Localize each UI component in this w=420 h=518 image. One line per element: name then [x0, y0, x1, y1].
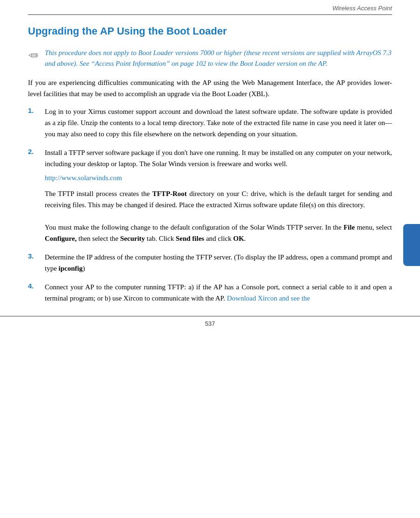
note-icon: ✏	[28, 49, 38, 63]
list-item: 2. Install a TFTP server software packag…	[28, 147, 392, 244]
list-2-after2: You must make the following change to th…	[45, 224, 392, 242]
list-number-3: 3.	[28, 252, 45, 260]
note-text: This procedure does not apply to Boot Lo…	[45, 48, 392, 69]
page-number: 537	[205, 320, 215, 327]
page-title: Upgrading the AP Using the Boot Loader	[28, 25, 392, 37]
list-number-4: 4.	[28, 281, 45, 290]
list-content-4: Connect your AP to the computer running …	[45, 281, 392, 304]
list-item: 3. Determine the IP address of the compu…	[28, 252, 392, 274]
send-files-bold: Send files	[176, 235, 204, 242]
file-bold: File	[344, 224, 355, 231]
list-number-1: 1.	[28, 106, 45, 114]
list-2-before: Install a TFTP server software package i…	[45, 149, 392, 168]
ok-bold: OK	[233, 235, 244, 242]
list-2-after: The TFTP install process creates the TFT…	[45, 190, 392, 209]
numbered-list: 1. Log in to your Xirrus customer suppor…	[28, 106, 392, 304]
tftp-root-bold: TFTP-Root	[152, 190, 187, 197]
ipconfig-bold: ipconfig	[59, 265, 83, 272]
list-item: 4. Connect your AP to the computer runni…	[28, 281, 392, 304]
solarwinds-link[interactable]: http://www.solarwinds.com	[45, 172, 392, 183]
list-content-2: Install a TFTP server software package i…	[45, 147, 392, 244]
side-tab	[403, 224, 420, 266]
note-box: ✏ This procedure does not apply to Boot …	[28, 48, 392, 69]
page-header: Wireless Access Point	[28, 0, 392, 15]
header-title: Wireless Access Point	[332, 5, 392, 12]
download-xircon-link[interactable]: Download Xircon and see the	[227, 294, 310, 302]
list-item: 1. Log in to your Xirrus customer suppor…	[28, 106, 392, 140]
list-content-3: Determine the IP address of the computer…	[45, 252, 392, 274]
security-bold: Security	[120, 235, 145, 242]
list-content-1: Log in to your Xirrus customer support a…	[45, 106, 392, 140]
page-footer: 537	[0, 316, 420, 331]
intro-paragraph: If you are experiencing difficulties com…	[28, 77, 392, 99]
list-number-2: 2.	[28, 147, 45, 155]
configure-bold: Configure,	[45, 235, 76, 242]
